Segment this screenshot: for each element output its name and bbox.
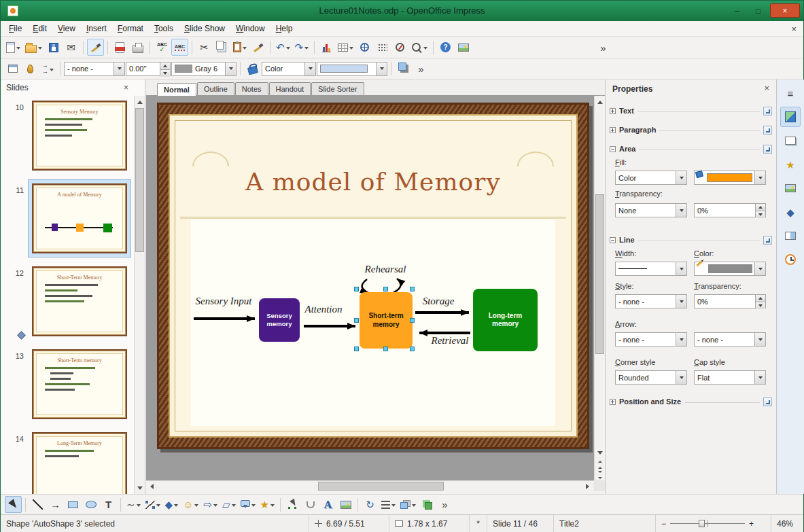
fill-type-select[interactable]: Color — [615, 171, 687, 185]
selection-handle[interactable] — [410, 287, 415, 291]
toolbar-options-button[interactable]: » — [595, 39, 612, 56]
arrow-end-select[interactable]: - none - — [694, 332, 766, 347]
cut-button[interactable]: ✂ — [196, 39, 213, 56]
short-term-memory-box[interactable]: Short-term memory — [360, 292, 413, 349]
slides-panel-close-icon[interactable]: × — [124, 83, 128, 92]
cap-style-select[interactable]: Flat — [694, 370, 766, 385]
scroll-right-arrow[interactable] — [583, 481, 593, 492]
insert-table-button[interactable] — [336, 39, 355, 56]
stars-button[interactable]: ★ — [258, 496, 277, 513]
fontwork-button[interactable]: A — [319, 496, 336, 513]
more-options-icon[interactable] — [763, 397, 772, 406]
area-fill-select[interactable] — [317, 62, 387, 76]
zoom-slider-thumb[interactable] — [699, 520, 705, 527]
line-tool-button[interactable] — [29, 496, 46, 513]
fill-color-select[interactable] — [694, 171, 766, 185]
insert-picture-button[interactable] — [337, 496, 354, 513]
corner-style-select[interactable]: Rounded — [615, 370, 687, 385]
line-style-select[interactable]: - none - — [64, 62, 125, 76]
basic-shapes-button[interactable]: ◆ — [163, 496, 181, 513]
selection-handle[interactable] — [383, 347, 388, 351]
help-button[interactable]: ? — [437, 39, 454, 56]
selection-handle[interactable] — [410, 347, 415, 351]
fill-transparency-select[interactable]: None — [615, 203, 687, 217]
line-dialog-button[interactable] — [22, 60, 39, 77]
arrange-button[interactable] — [398, 496, 418, 513]
slide-thumbnail-14[interactable]: 14 Long-Term Memory — [1, 432, 134, 494]
storage-label[interactable]: Storage — [423, 296, 455, 307]
previous-slide-button[interactable] — [595, 459, 605, 469]
slide-thumbnail-10[interactable]: 10 Sensory Memory — [1, 101, 134, 177]
menu-view[interactable]: View — [52, 22, 81, 35]
long-term-memory-box[interactable]: Long-term memory — [473, 289, 538, 351]
scrollbar-thumb[interactable] — [318, 482, 444, 491]
more-options-icon[interactable] — [763, 236, 772, 245]
slides-panel-scrollbar[interactable] — [134, 96, 145, 494]
shadow-button[interactable] — [395, 60, 412, 77]
save-button[interactable] — [45, 39, 62, 56]
navigator-button[interactable] — [391, 39, 408, 56]
minimize-button[interactable]: – — [728, 3, 746, 18]
slide-thumbnail-11[interactable]: 11 A model of Memory — [1, 183, 134, 260]
horizontal-scrollbar[interactable] — [146, 480, 594, 491]
arrow-start-select[interactable]: - none - — [615, 332, 687, 347]
scroll-down-arrow[interactable] — [135, 483, 145, 494]
gallery-deck-icon[interactable] — [780, 178, 801, 198]
close-button[interactable]: × — [770, 3, 800, 18]
line-color-select[interactable]: Gray 6 — [171, 62, 237, 76]
callouts-button[interactable] — [239, 496, 258, 513]
menu-window[interactable]: Window — [230, 22, 270, 35]
section-position-and-size[interactable]: Position and Size — [610, 395, 772, 408]
new-document-button[interactable] — [4, 39, 22, 56]
flowchart-button[interactable]: ▱ — [220, 496, 238, 513]
slide-thumbnail-13[interactable]: 13 Short-Term memory — [1, 349, 134, 425]
toolbar-options-button[interactable]: » — [436, 496, 453, 513]
arrow-style-button[interactable]: →→ — [39, 60, 56, 77]
collapse-icon[interactable] — [610, 146, 616, 152]
menu-tools[interactable]: Tools — [149, 22, 179, 35]
area-style-select[interactable]: Color — [262, 62, 316, 76]
line-color-select[interactable] — [694, 262, 766, 276]
display-grid-button[interactable] — [374, 39, 391, 56]
navigator-deck-icon[interactable] — [780, 249, 801, 270]
more-options-icon[interactable] — [763, 126, 772, 135]
line-style-select[interactable]: - none - — [615, 294, 687, 308]
line-transparency-stepper[interactable]: 0% — [694, 294, 766, 308]
tab-slide-sorter[interactable]: Slide Sorter — [311, 82, 364, 95]
glue-points-button[interactable] — [302, 496, 319, 513]
attention-label[interactable]: Attention — [305, 304, 343, 315]
slide-transition-deck-icon[interactable] — [780, 226, 801, 246]
menu-format[interactable]: Format — [112, 22, 149, 35]
edit-file-button[interactable] — [87, 39, 104, 56]
email-button[interactable]: ✉ — [63, 39, 80, 56]
selection-handle[interactable] — [354, 347, 359, 351]
insert-chart-button[interactable] — [318, 39, 335, 56]
arrow-line-tool-button[interactable]: → — [47, 496, 64, 513]
export-pdf-button[interactable] — [111, 39, 128, 56]
block-arrows-button[interactable]: ⇨ — [201, 496, 220, 513]
text-tool-button[interactable]: T — [100, 496, 117, 513]
section-line[interactable]: Line — [610, 233, 772, 247]
area-dialog-button[interactable] — [244, 60, 261, 77]
scroll-up-arrow[interactable] — [135, 96, 145, 107]
line-width-select[interactable] — [615, 262, 687, 276]
zoom-button[interactable] — [409, 39, 430, 56]
properties-close-icon[interactable]: × — [764, 83, 769, 93]
sidebar-menu-icon[interactable]: ≡ — [780, 83, 801, 103]
menu-help[interactable]: Help — [270, 22, 298, 35]
selection-handle[interactable] — [410, 318, 415, 323]
more-options-icon[interactable] — [763, 107, 772, 116]
menu-insert[interactable]: Insert — [81, 22, 112, 35]
tab-normal[interactable]: Normal — [157, 83, 196, 96]
retrieval-label[interactable]: Retrieval — [432, 335, 469, 347]
tab-outline[interactable]: Outline — [197, 82, 234, 95]
section-area[interactable]: Area — [610, 142, 772, 156]
scrollbar-thumb[interactable] — [135, 108, 144, 252]
master-pages-deck-icon[interactable] — [780, 130, 801, 151]
select-tool-button[interactable] — [5, 496, 22, 513]
tab-notes[interactable]: Notes — [235, 82, 268, 95]
toolbar-options-button[interactable]: » — [413, 60, 430, 77]
close-document-icon[interactable]: × — [791, 24, 797, 34]
spellcheck-button[interactable]: ABC✓ — [154, 39, 171, 56]
selection-handle[interactable] — [383, 287, 388, 291]
